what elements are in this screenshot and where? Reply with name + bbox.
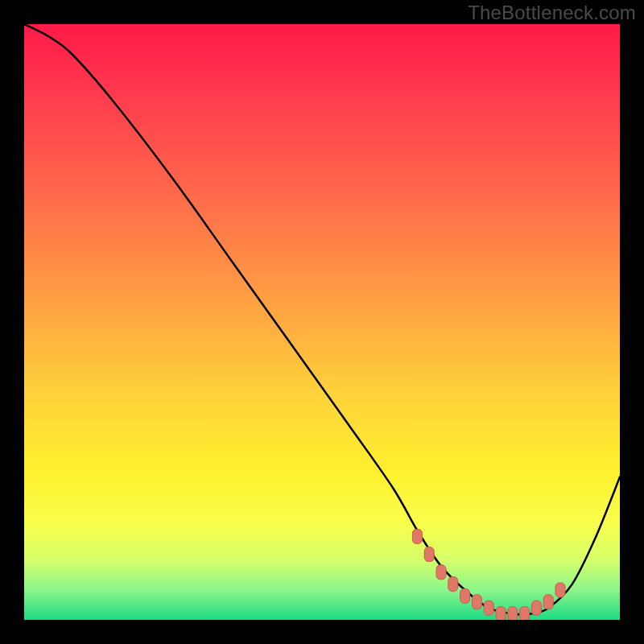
curve-marker bbox=[531, 601, 541, 615]
curve-marker bbox=[508, 607, 518, 621]
curve-marker bbox=[436, 565, 446, 580]
curve-marker bbox=[472, 595, 481, 609]
watermark-text: TheBottleneck.com bbox=[468, 2, 636, 24]
curve-marker bbox=[484, 601, 493, 615]
curve-marker bbox=[448, 577, 458, 592]
gradient-background bbox=[24, 24, 620, 620]
chart-svg bbox=[0, 0, 644, 644]
curve-marker bbox=[520, 607, 530, 621]
curve-marker bbox=[496, 607, 506, 621]
curve-marker bbox=[555, 583, 565, 597]
curve-marker bbox=[460, 588, 470, 603]
curve-marker bbox=[412, 529, 422, 543]
chart-container: TheBottleneck.com bbox=[0, 0, 644, 644]
curve-marker bbox=[543, 595, 553, 609]
curve-marker bbox=[424, 547, 434, 562]
